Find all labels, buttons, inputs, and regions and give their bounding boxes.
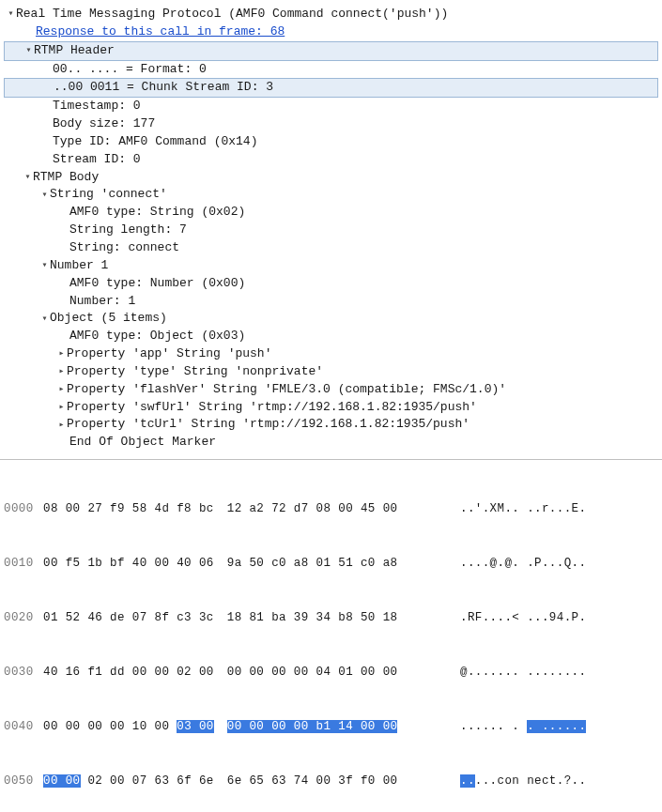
expander-icon[interactable]: ▾ — [39, 189, 50, 203]
hex-row: 001000 f5 1b bf 40 00 40 069a 50 c0 a8 0… — [4, 555, 658, 573]
expander-icon[interactable]: ▸ — [56, 401, 67, 415]
hex-row: 002001 52 46 de 07 8f c3 3c18 81 ba 39 3… — [4, 609, 658, 627]
hdr-timestamp[interactable]: Timestamp: 0 — [4, 98, 658, 115]
hex-row: 004000 00 00 00 10 00 03 0000 00 00 00 b… — [4, 718, 658, 736]
hdr-chunk-stream-id[interactable]: ..00 0011 = Chunk Stream ID: 3 — [4, 78, 658, 98]
end-of-object[interactable]: End Of Object Marker — [4, 434, 658, 452]
hdr-format[interactable]: 00.. .... = Format: 0 — [4, 61, 658, 79]
proto-rtmp[interactable]: ▾ Real Time Messaging Protocol (AMF0 Com… — [4, 6, 658, 23]
prop-tcurl[interactable]: ▸Property 'tcUrl' String 'rtmp://192.168… — [4, 416, 658, 434]
expander-icon[interactable]: ▸ — [56, 383, 67, 397]
hdr-stream-id[interactable]: Stream ID: 0 — [4, 151, 658, 169]
prop-flashver[interactable]: ▸Property 'flashVer' String 'FMLE/3.0 (c… — [4, 381, 658, 399]
number-value[interactable]: Number: 1 — [4, 293, 658, 311]
body-string[interactable]: ▾ String 'connect' — [4, 186, 658, 204]
hex-row: 005000 00 02 00 07 63 6f 6e6e 65 63 74 0… — [4, 773, 658, 790]
expander-icon[interactable]: ▾ — [39, 313, 50, 327]
string-amf-type[interactable]: AMF0 type: String (0x02) — [4, 204, 658, 222]
packet-details-tree: ▾ Real Time Messaging Protocol (AMF0 Com… — [0, 0, 662, 459]
body-number[interactable]: ▾ Number 1 — [4, 257, 658, 275]
string-value[interactable]: String: connect — [4, 239, 658, 257]
prop-app[interactable]: ▸Property 'app' String 'push' — [4, 345, 658, 363]
hex-dump-pane[interactable]: 000008 00 27 f9 58 4d f8 bc12 a2 72 d7 0… — [0, 459, 662, 812]
body-object[interactable]: ▾ Object (5 items) — [4, 310, 658, 328]
expander-icon[interactable]: ▾ — [6, 8, 16, 22]
hex-row: 000008 00 27 f9 58 4d f8 bc12 a2 72 d7 0… — [4, 500, 658, 518]
rtmp-header[interactable]: ▾ RTMP Header — [4, 41, 658, 61]
hex-row: 003040 16 f1 dd 00 00 02 0000 00 00 00 0… — [4, 664, 658, 682]
response-link-row[interactable]: Response to this call in frame: 68 — [4, 23, 658, 41]
string-length[interactable]: String length: 7 — [4, 222, 658, 239]
prop-type[interactable]: ▸Property 'type' String 'nonprivate' — [4, 363, 658, 381]
prop-swfurl[interactable]: ▸Property 'swfUrl' String 'rtmp://192.16… — [4, 399, 658, 417]
expander-icon[interactable]: ▸ — [56, 347, 67, 361]
expander-icon[interactable]: ▸ — [56, 365, 67, 379]
rtmp-header-label: RTMP Header — [34, 42, 115, 60]
hdr-body-size[interactable]: Body size: 177 — [4, 115, 658, 133]
object-amf-type[interactable]: AMF0 type: Object (0x03) — [4, 328, 658, 345]
number-amf-type[interactable]: AMF0 type: Number (0x00) — [4, 275, 658, 293]
response-link[interactable]: Response to this call in frame: 68 — [36, 23, 285, 41]
hdr-type-id[interactable]: Type ID: AMF0 Command (0x14) — [4, 133, 658, 151]
rtmp-body-label: RTMP Body — [33, 169, 99, 187]
rtmp-body[interactable]: ▾ RTMP Body — [4, 169, 658, 187]
expander-icon[interactable]: ▸ — [56, 419, 67, 433]
expander-icon[interactable]: ▾ — [39, 259, 50, 273]
proto-title: Real Time Messaging Protocol (AMF0 Comma… — [16, 6, 448, 23]
expander-icon[interactable]: ▾ — [23, 44, 34, 58]
expander-icon[interactable]: ▾ — [23, 171, 33, 185]
